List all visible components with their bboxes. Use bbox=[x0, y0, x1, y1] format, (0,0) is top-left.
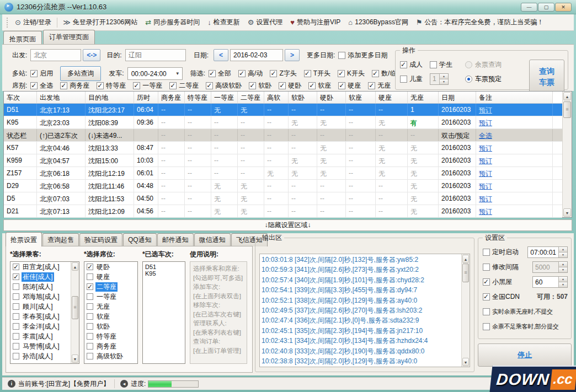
logout-login-button[interactable]: ⊙注销/登录 bbox=[11, 16, 55, 29]
seat-list[interactable]: 硬卧硬座二等座一等座无座软座软卧特等座商务座高级软卧 bbox=[84, 261, 138, 364]
seat-class-no-seat-checkbox[interactable]: 无座 bbox=[368, 81, 391, 90]
book-link[interactable]: 预订 bbox=[479, 182, 492, 190]
seat-item[interactable]: 二等座 bbox=[84, 282, 137, 292]
passenger-item[interactable]: 李春英[成人] bbox=[10, 312, 71, 321]
table-row[interactable]: Z157北京06:18沈阳北12:1906:01--------无无无--无无2… bbox=[4, 167, 562, 180]
table-row[interactable]: D29北京06:58沈阳北11:4604:48----无无----------无… bbox=[4, 180, 562, 192]
timed-start-spinner[interactable]: 07:00:01▲▼ bbox=[527, 246, 568, 258]
select-all-link[interactable]: 全选 bbox=[479, 132, 492, 139]
scroll-down-icon[interactable]: ▼ bbox=[72, 355, 78, 363]
checkbox[interactable] bbox=[13, 273, 19, 280]
passenger-item[interactable]: 李金洋[成人] bbox=[10, 321, 71, 331]
seat-class-hard-seat-checkbox[interactable]: 硬座 bbox=[338, 81, 361, 90]
column-header-2[interactable]: 目的地 bbox=[86, 92, 134, 103]
date-input[interactable] bbox=[230, 49, 283, 61]
seat-item[interactable]: 硬卧 bbox=[84, 262, 137, 272]
seat-class-first-checkbox[interactable]: 一等座 bbox=[133, 81, 162, 90]
seat-class-soft-seat-checkbox[interactable]: 软座 bbox=[308, 81, 331, 90]
tab-wechat-notify[interactable]: 微信通知 bbox=[194, 233, 231, 246]
seat-item[interactable]: 无座 bbox=[84, 302, 137, 312]
stop-button[interactable]: 停止 bbox=[478, 343, 572, 367]
table-row[interactable]: D5北京07:03沈阳北11:5304:50----无无----------无2… bbox=[4, 192, 562, 205]
no-submit-noseat-checkbox[interactable]: 实时余票无座时,不提交 bbox=[483, 308, 553, 316]
scroll-down-icon[interactable]: ▼ bbox=[462, 358, 469, 366]
seat-item[interactable]: 高级软卧 bbox=[84, 351, 137, 361]
minimize-button[interactable]: — bbox=[521, 3, 537, 12]
multi-station-enable-checkbox[interactable]: 启用 bbox=[30, 69, 53, 78]
scroll-down-icon[interactable]: ▼ bbox=[563, 208, 571, 217]
passenger-list[interactable]: 田宜龙[成人]崔佳[成人]陈涛[成人]邓海旭[成人]顾川[成人]李春英[成人]李… bbox=[10, 261, 79, 364]
passenger-item[interactable]: 马赞博[成人] bbox=[10, 341, 71, 351]
table-scrollbar[interactable]: ▲ ▼ bbox=[562, 92, 572, 217]
table-row[interactable]: D51北京17:13沈阳北23:1706:04----无无----------1… bbox=[4, 104, 562, 116]
passenger-item[interactable]: 李震[成人] bbox=[10, 331, 71, 341]
scroll-up-icon[interactable]: ▲ bbox=[563, 92, 571, 100]
checkbox[interactable] bbox=[87, 303, 93, 310]
checkbox[interactable] bbox=[87, 264, 93, 270]
blacklist-room-checkbox[interactable]: 小黑屋 bbox=[483, 277, 512, 287]
date-next-button[interactable]: > bbox=[285, 49, 300, 61]
table-row[interactable]: K95北京23:03沈阳08:3909:36----------无无--无有20… bbox=[4, 116, 562, 129]
seat-class-hard-sleeper-checkbox[interactable]: 硬卧 bbox=[279, 81, 301, 90]
seat-item[interactable]: 一等座 bbox=[84, 292, 137, 302]
column-header-12[interactable]: 硬座 bbox=[376, 92, 408, 103]
seat-class-second-checkbox[interactable]: 二等座 bbox=[169, 81, 199, 90]
official-site-button[interactable]: ⌂12306Bypass官网 bbox=[344, 16, 412, 29]
table-row[interactable]: 状态栏(↑)已选2车次(↓)未选49...-------------------… bbox=[4, 129, 562, 142]
check-update-button[interactable]: ↓检查更新 bbox=[204, 16, 244, 29]
seat-class-deluxe-sleeper-checkbox[interactable]: 高级软卧 bbox=[206, 81, 242, 90]
depart-input[interactable] bbox=[30, 49, 81, 61]
seat-item[interactable]: 硬座 bbox=[84, 272, 137, 282]
passenger-item[interactable]: 顾川[成人] bbox=[10, 302, 71, 312]
filter-t-checkbox[interactable]: T开头 bbox=[304, 69, 330, 78]
checkbox[interactable] bbox=[87, 333, 93, 340]
timed-start-checkbox[interactable]: 定时启动 bbox=[483, 248, 519, 257]
column-header-15[interactable]: 备注 bbox=[476, 92, 553, 103]
column-header-4[interactable]: 商务座 bbox=[158, 92, 185, 103]
seat-item[interactable]: 商务座 bbox=[84, 341, 137, 351]
spin-up-icon[interactable]: ▲ bbox=[440, 74, 448, 79]
output-scrollbar[interactable]: ▲ ▼ bbox=[461, 254, 470, 367]
tab-mail-notify[interactable]: 邮件通知 bbox=[157, 233, 194, 246]
tab-grab-settings[interactable]: 抢票设置 bbox=[6, 232, 42, 246]
passenger-item[interactable]: 田宜龙[成人] bbox=[10, 262, 71, 272]
filter-k-checkbox[interactable]: K开头 bbox=[338, 69, 365, 78]
checkbox[interactable] bbox=[13, 343, 19, 350]
close-button[interactable]: ✕ bbox=[555, 3, 572, 12]
filter-num-checkbox[interactable]: 数/临 bbox=[372, 69, 396, 78]
table-row[interactable]: K57北京04:46沈阳13:3308:47------------无--无无2… bbox=[4, 142, 562, 154]
tab-sale-query[interactable]: 查询起售 bbox=[42, 233, 79, 246]
seat-item[interactable]: 特等座 bbox=[84, 331, 137, 341]
tab-orders[interactable]: 订单管理页面 bbox=[43, 30, 95, 44]
checkbox[interactable] bbox=[87, 323, 93, 330]
tab-grab[interactable]: 抢票页面 bbox=[3, 31, 42, 44]
column-header-14[interactable]: 日期 bbox=[439, 92, 476, 103]
hide-settings-bar[interactable]: ↓隐藏设置区域↓ bbox=[3, 219, 572, 231]
column-header-0[interactable]: 车次 bbox=[4, 92, 37, 103]
column-header-11[interactable]: 软座 bbox=[346, 92, 376, 103]
book-link[interactable]: 预订 bbox=[479, 208, 492, 216]
open-12306-button[interactable]: ≫免登录打开12306网站 bbox=[59, 16, 141, 29]
checkbox[interactable] bbox=[87, 313, 93, 320]
sync-time-button[interactable]: ⇄同步服务器时间 bbox=[141, 16, 204, 29]
book-link[interactable]: 预订 bbox=[479, 144, 492, 152]
filter-all-checkbox[interactable]: 全部 bbox=[209, 69, 231, 78]
book-link[interactable]: 预订 bbox=[479, 119, 492, 127]
checkbox[interactable] bbox=[87, 353, 93, 359]
checkbox[interactable] bbox=[87, 273, 93, 280]
tab-captcha[interactable]: 验证码设置 bbox=[79, 233, 122, 246]
checkbox[interactable] bbox=[13, 264, 19, 270]
seat-item[interactable]: 软座 bbox=[84, 312, 137, 321]
checkbox[interactable] bbox=[87, 293, 93, 300]
selected-trains-list[interactable]: D51K95 bbox=[142, 261, 185, 364]
seat-class-all-checkbox[interactable]: 全选 bbox=[30, 81, 53, 90]
checkbox[interactable] bbox=[13, 283, 19, 290]
table-row[interactable]: K959北京04:57沈阳15:0010:03----------无无--无无2… bbox=[4, 154, 562, 167]
book-link[interactable]: 预订 bbox=[479, 170, 492, 178]
partial-submit-checkbox[interactable]: 余票不足乘客时,部分提交 bbox=[483, 323, 558, 331]
filter-z-checkbox[interactable]: Z字头 bbox=[270, 69, 296, 78]
inventory-query-radio[interactable] bbox=[465, 61, 472, 68]
seat-item[interactable]: 软卧 bbox=[84, 321, 137, 331]
passenger-list-scrollbar[interactable]: ▲ ▼ bbox=[71, 262, 79, 363]
passenger-item[interactable]: 邓海旭[成人] bbox=[10, 292, 71, 302]
